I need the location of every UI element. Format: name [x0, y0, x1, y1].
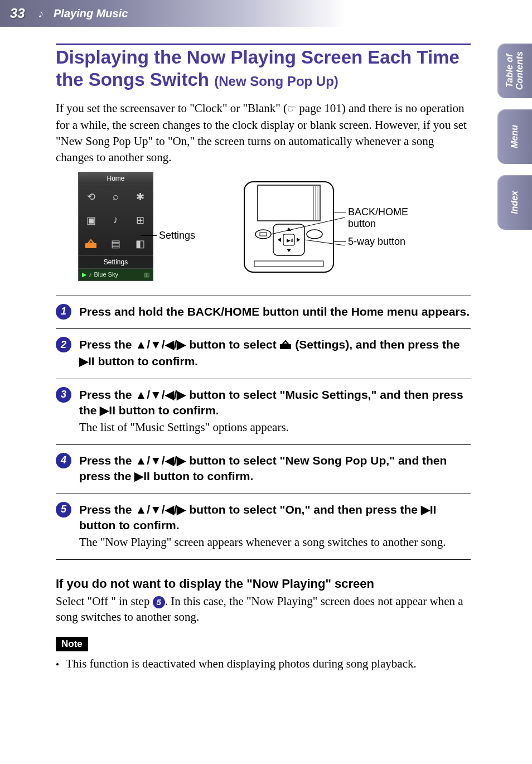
- backhome-callout-label: BACK/HOME button: [348, 206, 409, 230]
- step-2: 2 Press the ▲/▼/◀/▶ button to select (Se…: [56, 328, 471, 379]
- step-1-text: Press and hold the BACK/HOME button unti…: [79, 304, 471, 320]
- note-tag: Note: [56, 637, 88, 651]
- photo-icon: ▣: [79, 209, 103, 232]
- section-name: Playing Music: [54, 7, 128, 20]
- settings-icon: [79, 232, 103, 255]
- svg-point-8: [307, 230, 322, 239]
- home-menu-title: Home: [79, 172, 153, 185]
- settings-callout-label: Settings: [159, 230, 195, 241]
- tab-table-of-contents[interactable]: Table of Contents: [497, 43, 532, 98]
- svg-rect-0: [85, 243, 96, 248]
- fm-icon: ▤: [103, 232, 128, 255]
- step-number-5: 5: [56, 502, 71, 518]
- music-icon: ♪: [103, 209, 128, 232]
- title-rule: [56, 43, 471, 45]
- bluetooth-icon: ✱: [128, 185, 153, 209]
- page-ref-icon: ☞: [287, 103, 296, 114]
- intro-paragraph: If you set the screensaver to "Clock" or…: [56, 100, 471, 166]
- step-4: 4 Press the ▲/▼/◀/▶ button to select "Ne…: [56, 444, 471, 494]
- note-item: This function is deactivated when displa…: [56, 657, 471, 671]
- shuffle-icon: ⟲: [79, 185, 103, 209]
- alt-body: Select "Off " in step 5. In this case, t…: [56, 593, 471, 625]
- dpad-arrows-glyph: ▲/▼/◀/▶: [135, 454, 186, 467]
- svg-rect-2: [258, 185, 320, 221]
- alt-heading: If you do not want to display the "Now P…: [56, 577, 471, 591]
- step-number-1: 1: [56, 304, 71, 320]
- step-4-text: Press the ▲/▼/◀/▶ button to select "New …: [79, 453, 471, 485]
- step-1: 1 Press and hold the BACK/HOME button un…: [56, 296, 471, 328]
- home-menu-diagram: Home ⟲ ⌕ ✱ ▣ ♪ ⊞ ▤ ◧ Settings ▶ ♪ Blue S…: [78, 172, 153, 281]
- step-5: 5 Press the ▲/▼/◀/▶ button to select "On…: [56, 494, 471, 560]
- svg-rect-16: [254, 261, 323, 267]
- settings-icon-inline: [279, 338, 292, 354]
- steps-list: 1 Press and hold the BACK/HOME button un…: [56, 296, 471, 560]
- home-nowplaying-bar: ▶ ♪ Blue Sky ▥: [79, 268, 153, 281]
- svg-rect-19: [280, 344, 291, 349]
- step-ref-5: 5: [153, 596, 165, 608]
- diagram-row: Home ⟲ ⌕ ✱ ▣ ♪ ⊞ ▤ ◧ Settings ▶ ♪ Blue S…: [56, 172, 471, 281]
- svg-point-6: [255, 230, 271, 239]
- step-3-body: The list of "Music Settings" options app…: [79, 419, 471, 435]
- step-5-text: Press the ▲/▼/◀/▶ button to select "On,"…: [79, 502, 471, 534]
- page-header: 33 ♪ Playing Music: [0, 0, 532, 27]
- step-3: 3 Press the ▲/▼/◀/▶ button to select "Mu…: [56, 379, 471, 444]
- step-number-3: 3: [56, 387, 71, 403]
- device-diagram: ▶II BACK/HOME button 5-way button: [239, 180, 345, 274]
- step-number-2: 2: [56, 337, 71, 352]
- step-5-body: The "Now Playing" screen appears wheneve…: [79, 534, 471, 550]
- dpad-arrows-glyph: ▲/▼/◀/▶: [135, 338, 186, 351]
- home-selected-label: Settings: [79, 255, 153, 268]
- dpad-arrows-glyph: ▲/▼/◀/▶: [135, 503, 186, 516]
- page-title: Displaying the Now Playing Screen Each T…: [56, 46, 471, 90]
- fiveway-callout-label: 5-way button: [348, 236, 409, 248]
- play-pause-glyph: ▶II: [100, 404, 115, 417]
- play-pause-glyph: ▶II: [79, 355, 95, 368]
- play-indicator-icon: ▶: [82, 271, 86, 278]
- video-icon: ⊞: [128, 209, 153, 232]
- page-number: 33: [10, 6, 38, 21]
- music-note-icon: ♪: [38, 7, 43, 20]
- step-2-text: Press the ▲/▼/◀/▶ button to select (Sett…: [79, 337, 471, 370]
- search-icon: ⌕: [103, 185, 128, 209]
- alt-subsection: If you do not want to display the "Now P…: [56, 577, 471, 625]
- svg-text:▶II: ▶II: [287, 238, 293, 243]
- track-note-icon: ♪: [89, 271, 92, 278]
- note-list: This function is deactivated when displa…: [56, 657, 471, 671]
- play-pause-glyph: ▶II: [421, 503, 437, 516]
- tab-menu[interactable]: Menu: [497, 109, 532, 164]
- play-pause-glyph: ▶II: [134, 470, 150, 482]
- dpad-arrows-glyph: ▲/▼/◀/▶: [135, 388, 186, 401]
- step-number-4: 4: [56, 453, 71, 468]
- step-3-text: Press the ▲/▼/◀/▶ button to select "Musi…: [79, 387, 471, 419]
- tab-index[interactable]: Index: [497, 175, 532, 230]
- battery-icon: ▥: [144, 271, 149, 278]
- side-tabs: Table of Contents Menu Index: [497, 43, 532, 230]
